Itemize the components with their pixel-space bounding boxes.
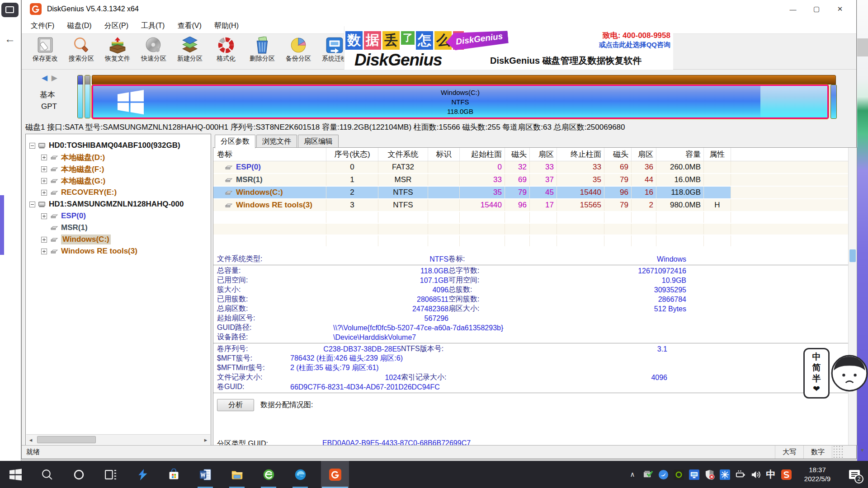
delete-partition-button[interactable]: 删除分区 <box>244 34 280 69</box>
tab-strip: 分区参数 浏览文件 扇区编辑 <box>215 135 340 147</box>
collapse-icon[interactable] <box>29 202 35 207</box>
format-button[interactable]: 格式化 <box>208 34 244 69</box>
scrollbar-thumb[interactable] <box>37 436 96 443</box>
tree-item-msr[interactable]: MSR(1) <box>26 222 211 234</box>
tray-messenger-icon[interactable] <box>656 461 671 488</box>
titlebar: DiskGenius V5.4.3.1342 x64 — ▢ ✕ <box>22 0 856 18</box>
search-icon <box>41 469 53 481</box>
menu-disk[interactable]: 磁盘(D) <box>61 19 98 33</box>
expand-icon[interactable] <box>41 249 47 254</box>
tray-expand-icon[interactable]: ∧ <box>625 461 640 488</box>
tab-browse-files[interactable]: 浏览文件 <box>256 135 297 147</box>
partition-block-msr[interactable] <box>85 75 90 118</box>
windows-logo-icon <box>117 89 145 116</box>
word-button[interactable] <box>194 461 216 488</box>
vertical-scrollbar[interactable] <box>848 148 857 445</box>
tree-item-windows-c[interactable]: Windows(C:) <box>26 234 211 245</box>
partition-icon <box>50 155 58 160</box>
disk-header-bar[interactable] <box>92 75 836 84</box>
taskbar-search-button[interactable] <box>36 461 58 488</box>
scroll-left-arrow-icon[interactable]: ◂ <box>26 435 35 445</box>
partition-table-content: 卷标 序号(状态) 文件系统 标识 起始柱面 磁头 扇区 终止柱面 磁头 扇区 … <box>213 147 857 446</box>
expand-icon[interactable] <box>41 178 47 184</box>
menu-file[interactable]: 文件(F) <box>24 19 61 33</box>
back-arrow-icon[interactable]: ← <box>5 33 15 45</box>
table-row[interactable]: ESP(0) 0 FAT32 0 32 33 33 69 36 260.0MB <box>213 161 857 174</box>
new-partition-button[interactable]: 新建分区 <box>172 34 208 69</box>
table-row[interactable]: Windows RE tools(3) 3 NTFS 15440 96 17 1… <box>213 199 857 212</box>
menu-help[interactable]: 帮助(H) <box>208 19 245 33</box>
tree-item-windows-re-tools[interactable]: Windows RE tools(3) <box>26 245 211 257</box>
tray-ime-indicator[interactable]: 中 <box>763 461 778 488</box>
tray-update-icon[interactable] <box>640 461 656 488</box>
tab-sector-edit[interactable]: 扇区编辑 <box>298 135 339 147</box>
app-logo-icon <box>30 3 42 15</box>
save-icon <box>36 37 55 54</box>
tree-item-local-g[interactable]: 本地磁盘(G:) <box>26 175 211 187</box>
partition-block-windows-c[interactable]: Windows(C:) NTFS 118.0GB <box>92 84 829 119</box>
search-partition-button[interactable]: 搜索分区 <box>63 34 99 69</box>
tray-defender-icon[interactable] <box>702 461 717 488</box>
expand-icon[interactable] <box>41 155 47 160</box>
format-ring-icon <box>217 37 236 54</box>
expand-icon[interactable] <box>41 166 47 172</box>
partition-block-re-tools[interactable] <box>830 84 837 119</box>
microsoft-store-button[interactable] <box>163 461 184 488</box>
expand-icon[interactable] <box>41 237 47 243</box>
start-button[interactable] <box>5 461 26 488</box>
tray-nvidia-icon[interactable] <box>671 461 686 488</box>
prev-disk-arrow-icon[interactable]: ◀ <box>42 74 47 82</box>
taskbar-clock[interactable]: 18:37 2022/5/9 <box>798 465 836 484</box>
minimize-button[interactable]: — <box>781 0 805 18</box>
tray-intel-graphics-icon[interactable] <box>686 461 702 488</box>
tray-volume-icon[interactable] <box>748 461 763 488</box>
menu-view[interactable]: 查看(V) <box>171 19 208 33</box>
recover-files-button[interactable]: 恢复文件 <box>99 34 136 69</box>
tree-item-local-f[interactable]: 本地磁盘(F:) <box>26 163 211 175</box>
quick-partition-button[interactable]: 快速分区 <box>136 34 172 69</box>
system-migration-icon <box>325 37 344 54</box>
file-explorer-button[interactable] <box>226 461 248 488</box>
tray-power-icon[interactable] <box>732 461 748 488</box>
next-disk-arrow-icon[interactable]: ▶ <box>52 74 57 82</box>
tree-item-recovery-e[interactable]: RECOVERY(E:) <box>26 187 211 198</box>
expand-icon[interactable] <box>41 190 47 196</box>
tab-partition-params[interactable]: 分区参数 <box>215 135 255 148</box>
ad-phone: 致电: 400-008-9958 <box>603 30 670 41</box>
tree-item-local-d[interactable]: 本地磁盘(D:) <box>26 151 211 163</box>
task-view-button[interactable] <box>99 461 121 488</box>
close-button[interactable]: ✕ <box>828 0 852 18</box>
app-lightning-button[interactable] <box>131 461 153 488</box>
scrollbar-thumb[interactable] <box>849 249 856 262</box>
expand-icon[interactable] <box>41 213 47 219</box>
resize-grip[interactable] <box>832 446 844 459</box>
menu-tools[interactable]: 工具(T) <box>135 19 171 33</box>
save-changes-button[interactable]: 保存更改 <box>27 34 63 69</box>
tree-item-hd1[interactable]: HD1:SAMSUNGMZNLN128HAHQ-000 <box>26 198 211 210</box>
scroll-right-arrow-icon[interactable]: ▸ <box>201 435 210 445</box>
tray-snowflake-icon[interactable] <box>717 461 732 488</box>
diskgenius-taskbar-button[interactable] <box>321 461 349 488</box>
partition-size: 118.0GB <box>447 107 473 116</box>
table-row-selected[interactable]: Windows(C:) 2 NTFS 35 79 45 15440 96 16 … <box>213 187 857 199</box>
ime-floating-widget[interactable]: 中 简 半 ❤ <box>803 348 868 399</box>
collapse-icon[interactable] <box>29 143 35 149</box>
tree-horizontal-scrollbar[interactable]: ◂ ▸ <box>26 434 210 445</box>
ad-banner[interactable]: 数 据 丢 了 怎 么 ! DiskGenius DiskGenius 致电: … <box>344 26 673 70</box>
edge-button[interactable] <box>289 461 311 488</box>
menu-partition[interactable]: 分区(P) <box>98 19 135 33</box>
tray-sogou-icon[interactable] <box>778 461 794 488</box>
analyze-button[interactable]: 分析 <box>217 399 254 411</box>
ie-browser-button[interactable] <box>258 461 279 488</box>
action-center-button[interactable]: 2 <box>843 461 866 488</box>
tree-item-esp[interactable]: ESP(0) <box>26 210 211 222</box>
partition-block-esp[interactable] <box>77 75 83 118</box>
ad-subtitle: DiskGenius 磁盘管理及数据恢复软件 <box>490 55 642 67</box>
backup-partition-button[interactable]: 备份分区 <box>280 34 316 69</box>
status-bar: 就绪 大写 数字 <box>22 445 856 459</box>
tree-item-hd0[interactable]: HD0:TOSHIBAMQ04ABF100(932GB) <box>26 140 211 151</box>
cortana-button[interactable] <box>68 461 90 488</box>
table-row[interactable]: MSR(1) 1 MSR 33 69 37 35 79 44 16.0MB <box>213 174 857 187</box>
ad-qq-link[interactable]: 或点击此处选择QQ咨询 <box>599 41 670 49</box>
maximize-button[interactable]: ▢ <box>805 0 828 18</box>
